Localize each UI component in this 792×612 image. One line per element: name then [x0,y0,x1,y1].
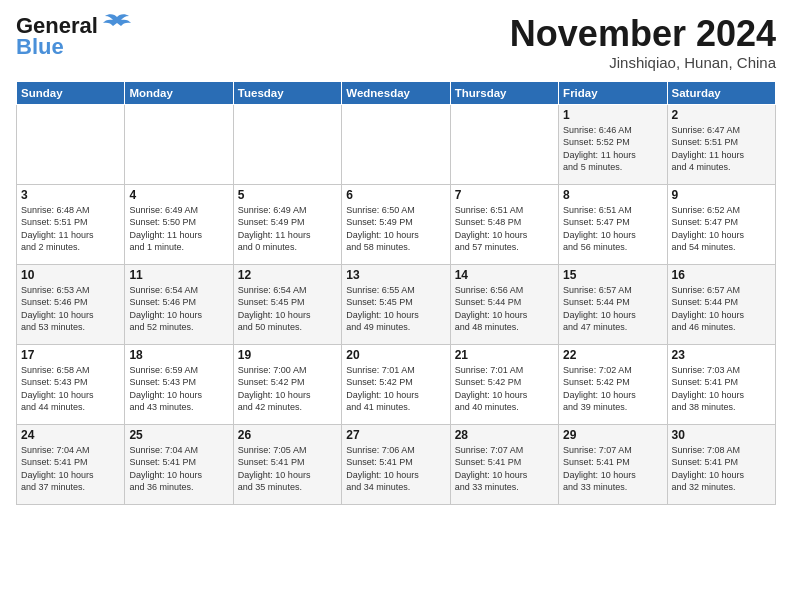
page: General Blue November 2024 Jinshiqiao, H… [0,0,792,612]
calendar-week-row: 10Sunrise: 6:53 AM Sunset: 5:46 PM Dayli… [17,264,776,344]
day-info: Sunrise: 7:01 AM Sunset: 5:42 PM Dayligh… [346,364,445,414]
calendar-cell: 4Sunrise: 6:49 AM Sunset: 5:50 PM Daylig… [125,184,233,264]
day-info: Sunrise: 7:07 AM Sunset: 5:41 PM Dayligh… [455,444,554,494]
day-info: Sunrise: 6:47 AM Sunset: 5:51 PM Dayligh… [672,124,771,174]
day-number: 15 [563,268,662,282]
day-number: 23 [672,348,771,362]
weekday-header-sunday: Sunday [17,81,125,104]
day-number: 28 [455,428,554,442]
calendar-cell: 3Sunrise: 6:48 AM Sunset: 5:51 PM Daylig… [17,184,125,264]
calendar-cell: 7Sunrise: 6:51 AM Sunset: 5:48 PM Daylig… [450,184,558,264]
day-info: Sunrise: 7:05 AM Sunset: 5:41 PM Dayligh… [238,444,337,494]
day-info: Sunrise: 6:57 AM Sunset: 5:44 PM Dayligh… [672,284,771,334]
calendar-cell [450,104,558,184]
day-number: 27 [346,428,445,442]
day-info: Sunrise: 6:49 AM Sunset: 5:50 PM Dayligh… [129,204,228,254]
title-block: November 2024 Jinshiqiao, Hunan, China [510,14,776,71]
day-number: 30 [672,428,771,442]
header: General Blue November 2024 Jinshiqiao, H… [16,14,776,71]
day-info: Sunrise: 7:03 AM Sunset: 5:41 PM Dayligh… [672,364,771,414]
day-info: Sunrise: 7:06 AM Sunset: 5:41 PM Dayligh… [346,444,445,494]
logo: General Blue [16,14,131,60]
day-number: 9 [672,188,771,202]
calendar-cell: 15Sunrise: 6:57 AM Sunset: 5:44 PM Dayli… [559,264,667,344]
day-number: 13 [346,268,445,282]
day-info: Sunrise: 6:50 AM Sunset: 5:49 PM Dayligh… [346,204,445,254]
calendar-cell: 10Sunrise: 6:53 AM Sunset: 5:46 PM Dayli… [17,264,125,344]
day-info: Sunrise: 6:48 AM Sunset: 5:51 PM Dayligh… [21,204,120,254]
calendar-cell: 26Sunrise: 7:05 AM Sunset: 5:41 PM Dayli… [233,424,341,504]
day-number: 2 [672,108,771,122]
weekday-header-wednesday: Wednesday [342,81,450,104]
day-info: Sunrise: 7:00 AM Sunset: 5:42 PM Dayligh… [238,364,337,414]
calendar-week-row: 17Sunrise: 6:58 AM Sunset: 5:43 PM Dayli… [17,344,776,424]
day-info: Sunrise: 6:55 AM Sunset: 5:45 PM Dayligh… [346,284,445,334]
day-number: 22 [563,348,662,362]
calendar-table: SundayMondayTuesdayWednesdayThursdayFrid… [16,81,776,505]
day-number: 5 [238,188,337,202]
calendar-cell: 12Sunrise: 6:54 AM Sunset: 5:45 PM Dayli… [233,264,341,344]
logo-blue-text: Blue [16,34,64,60]
calendar-cell: 5Sunrise: 6:49 AM Sunset: 5:49 PM Daylig… [233,184,341,264]
calendar-cell: 24Sunrise: 7:04 AM Sunset: 5:41 PM Dayli… [17,424,125,504]
calendar-cell: 9Sunrise: 6:52 AM Sunset: 5:47 PM Daylig… [667,184,775,264]
day-info: Sunrise: 6:52 AM Sunset: 5:47 PM Dayligh… [672,204,771,254]
calendar-cell: 20Sunrise: 7:01 AM Sunset: 5:42 PM Dayli… [342,344,450,424]
day-info: Sunrise: 6:56 AM Sunset: 5:44 PM Dayligh… [455,284,554,334]
weekday-header-tuesday: Tuesday [233,81,341,104]
calendar-cell: 8Sunrise: 6:51 AM Sunset: 5:47 PM Daylig… [559,184,667,264]
calendar-cell [342,104,450,184]
day-number: 20 [346,348,445,362]
weekday-header-saturday: Saturday [667,81,775,104]
calendar-cell: 27Sunrise: 7:06 AM Sunset: 5:41 PM Dayli… [342,424,450,504]
day-number: 29 [563,428,662,442]
day-number: 24 [21,428,120,442]
calendar-cell [125,104,233,184]
calendar-week-row: 1Sunrise: 6:46 AM Sunset: 5:52 PM Daylig… [17,104,776,184]
calendar-cell: 22Sunrise: 7:02 AM Sunset: 5:42 PM Dayli… [559,344,667,424]
calendar-cell: 2Sunrise: 6:47 AM Sunset: 5:51 PM Daylig… [667,104,775,184]
day-number: 14 [455,268,554,282]
calendar-cell: 11Sunrise: 6:54 AM Sunset: 5:46 PM Dayli… [125,264,233,344]
day-info: Sunrise: 6:51 AM Sunset: 5:48 PM Dayligh… [455,204,554,254]
day-info: Sunrise: 6:59 AM Sunset: 5:43 PM Dayligh… [129,364,228,414]
calendar-cell: 17Sunrise: 6:58 AM Sunset: 5:43 PM Dayli… [17,344,125,424]
calendar-cell: 23Sunrise: 7:03 AM Sunset: 5:41 PM Dayli… [667,344,775,424]
calendar-cell: 13Sunrise: 6:55 AM Sunset: 5:45 PM Dayli… [342,264,450,344]
calendar-cell: 14Sunrise: 6:56 AM Sunset: 5:44 PM Dayli… [450,264,558,344]
calendar-cell: 29Sunrise: 7:07 AM Sunset: 5:41 PM Dayli… [559,424,667,504]
weekday-header-friday: Friday [559,81,667,104]
day-info: Sunrise: 6:46 AM Sunset: 5:52 PM Dayligh… [563,124,662,174]
weekday-header-row: SundayMondayTuesdayWednesdayThursdayFrid… [17,81,776,104]
day-info: Sunrise: 6:54 AM Sunset: 5:46 PM Dayligh… [129,284,228,334]
day-info: Sunrise: 7:07 AM Sunset: 5:41 PM Dayligh… [563,444,662,494]
calendar-cell: 1Sunrise: 6:46 AM Sunset: 5:52 PM Daylig… [559,104,667,184]
calendar-cell: 25Sunrise: 7:04 AM Sunset: 5:41 PM Dayli… [125,424,233,504]
day-number: 19 [238,348,337,362]
calendar-week-row: 24Sunrise: 7:04 AM Sunset: 5:41 PM Dayli… [17,424,776,504]
calendar-cell: 16Sunrise: 6:57 AM Sunset: 5:44 PM Dayli… [667,264,775,344]
day-info: Sunrise: 6:53 AM Sunset: 5:46 PM Dayligh… [21,284,120,334]
calendar-cell: 6Sunrise: 6:50 AM Sunset: 5:49 PM Daylig… [342,184,450,264]
logo-bird-icon [103,13,131,35]
day-info: Sunrise: 6:58 AM Sunset: 5:43 PM Dayligh… [21,364,120,414]
calendar-cell: 30Sunrise: 7:08 AM Sunset: 5:41 PM Dayli… [667,424,775,504]
day-number: 6 [346,188,445,202]
day-info: Sunrise: 7:02 AM Sunset: 5:42 PM Dayligh… [563,364,662,414]
day-info: Sunrise: 7:01 AM Sunset: 5:42 PM Dayligh… [455,364,554,414]
calendar-cell [233,104,341,184]
day-number: 11 [129,268,228,282]
day-number: 7 [455,188,554,202]
calendar-cell: 18Sunrise: 6:59 AM Sunset: 5:43 PM Dayli… [125,344,233,424]
day-info: Sunrise: 7:08 AM Sunset: 5:41 PM Dayligh… [672,444,771,494]
day-number: 3 [21,188,120,202]
day-info: Sunrise: 6:51 AM Sunset: 5:47 PM Dayligh… [563,204,662,254]
calendar-cell: 28Sunrise: 7:07 AM Sunset: 5:41 PM Dayli… [450,424,558,504]
day-number: 4 [129,188,228,202]
day-number: 1 [563,108,662,122]
month-title: November 2024 [510,14,776,54]
calendar-cell [17,104,125,184]
weekday-header-thursday: Thursday [450,81,558,104]
day-number: 26 [238,428,337,442]
day-number: 21 [455,348,554,362]
